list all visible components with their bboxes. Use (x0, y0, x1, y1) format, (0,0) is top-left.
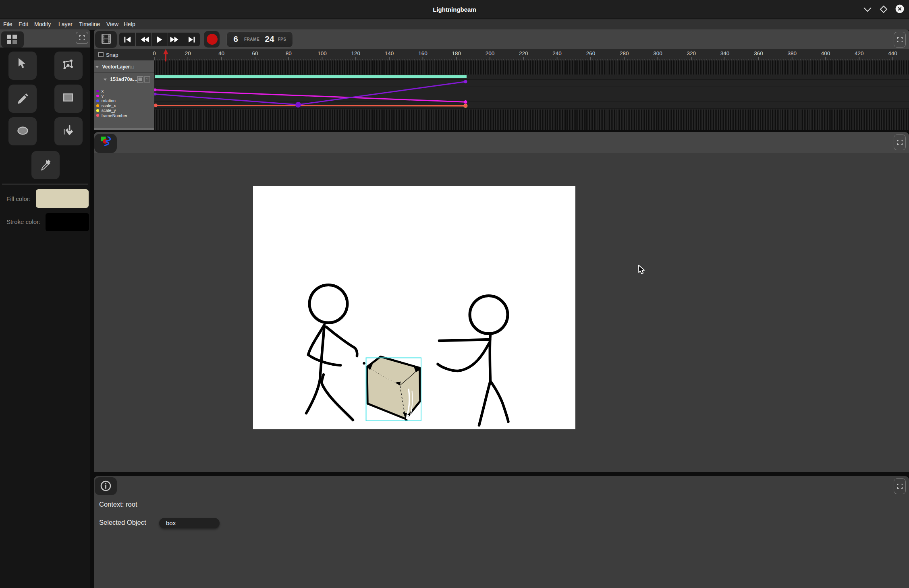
svg-text:180: 180 (452, 50, 461, 56)
svg-text:80: 80 (286, 50, 292, 56)
svg-text:340: 340 (720, 50, 730, 56)
svg-text:280: 280 (620, 50, 629, 56)
svg-text:320: 320 (687, 50, 696, 56)
svg-text:0: 0 (153, 50, 156, 56)
svg-text:440: 440 (888, 50, 897, 56)
svg-text:160: 160 (418, 50, 428, 56)
svg-text:60: 60 (252, 50, 258, 56)
svg-text:420: 420 (855, 50, 864, 56)
svg-text:300: 300 (653, 50, 662, 56)
svg-text:40: 40 (218, 50, 224, 56)
svg-text:120: 120 (351, 50, 361, 56)
svg-text:240: 240 (552, 50, 562, 56)
svg-text:100: 100 (318, 50, 327, 56)
svg-text:140: 140 (385, 50, 394, 56)
svg-text:20: 20 (185, 50, 191, 56)
svg-text:220: 220 (519, 50, 528, 56)
svg-text:260: 260 (586, 50, 596, 56)
svg-text:400: 400 (821, 50, 830, 56)
svg-text:200: 200 (486, 50, 495, 56)
svg-text:380: 380 (787, 50, 797, 56)
svg-text:360: 360 (754, 50, 763, 56)
